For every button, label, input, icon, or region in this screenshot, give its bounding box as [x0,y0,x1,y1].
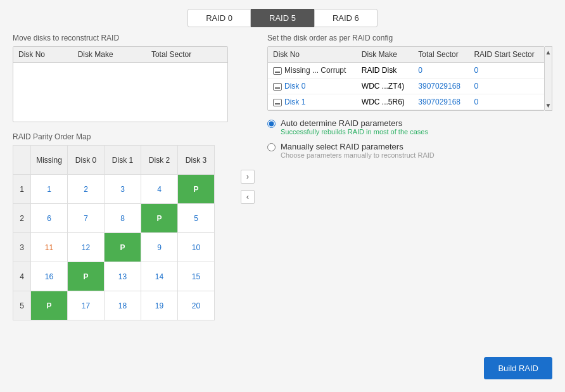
parity-p-cell: P [141,204,178,233]
disk-label: Disk 0 [284,82,305,91]
right-cell-totalsector: 3907029168 [413,94,469,110]
right-col-totalsector: Total Sector [413,47,469,63]
parity-num-cell: 3 [105,175,141,204]
left-col-diskno: Disk No [13,47,73,63]
parity-row: 2678P5 [13,204,215,233]
build-raid-button[interactable]: Build RAID [484,357,552,379]
left-col-diskmake: Disk Make [73,47,146,63]
tab-raid6[interactable]: RAID 6 [314,9,378,27]
right-table-container: Disk No Disk Make Total Sector RAID Star… [267,46,545,111]
parity-corner [13,146,31,175]
parity-table: MissingDisk 0Disk 1Disk 2Disk 3 11234P26… [13,145,215,320]
right-scrollbar[interactable]: ▲ ▼ [545,46,552,111]
parity-col-header: Disk 2 [141,146,178,175]
arrow-panel: › ‹ [241,34,255,320]
right-table-row[interactable]: Disk 0WDC ...ZT4)39070291680 [268,79,544,94]
parity-section: RAID Parity Order Map MissingDisk 0Disk … [13,132,228,320]
parity-col-header: Missing [31,146,68,175]
parity-num-cell: 5 [178,204,215,233]
parity-num-cell: 8 [105,204,141,233]
disk-icon [273,67,282,75]
parity-num-cell: 19 [141,291,178,320]
parity-col-header: Disk 1 [105,146,141,175]
right-col-raidstart: RAID Start Sector [469,47,544,63]
radio-section: Auto determine RAID parameters Successfu… [267,118,552,159]
parity-num-cell: 17 [68,291,105,320]
right-cell-diskmake: WDC ...ZT4) [357,79,413,94]
disk-icon [273,83,282,91]
parity-row-num: 3 [13,233,31,262]
parity-row: 31112P910 [13,233,215,262]
tabs-container: RAID 0 RAID 5 RAID 6 [0,0,565,34]
right-disk-table: Disk No Disk Make Total Sector RAID Star… [268,47,544,110]
right-cell-diskmake: RAID Disk [357,63,413,79]
parity-num-cell: 6 [31,204,68,233]
parity-label: RAID Parity Order Map [13,132,228,141]
left-disk-table-container: Disk No Disk Make Total Sector [13,46,228,122]
parity-col-header: Disk 3 [178,146,215,175]
parity-num-cell: 1 [31,175,68,204]
right-cell-totalsector: 3907029168 [413,79,469,94]
parity-row-num: 5 [13,291,31,320]
manual-radio-label: Manually select RAID parameters [281,142,403,151]
parity-p-cell: P [68,262,105,291]
tab-raid0[interactable]: RAID 0 [187,9,251,27]
parity-num-cell: 11 [31,233,68,262]
parity-num-cell: 4 [141,175,178,204]
parity-row-num: 1 [13,175,31,204]
right-cell-raidstart: 0 [469,79,544,94]
scroll-up[interactable]: ▲ [545,47,552,57]
manual-radio-sublabel: Choose parameters manually to reconstruc… [281,151,435,159]
right-cell-diskno: Disk 0 [268,79,357,94]
manual-radio-text: Manually select RAID parameters Choose p… [281,142,435,159]
disk-label: Disk 1 [284,98,305,106]
scroll-down[interactable]: ▼ [545,100,552,110]
parity-num-cell: 18 [105,291,141,320]
right-cell-diskmake: WDC ...5R6) [357,94,413,110]
auto-radio-label: Auto determine RAID parameters [281,118,402,128]
right-cell-totalsector: 0 [413,63,469,79]
right-table-row[interactable]: Disk 1WDC ...5R6)39070291680 [268,94,544,110]
parity-p-cell: P [105,233,141,262]
arrow-left-btn[interactable]: ‹ [241,190,255,204]
parity-num-cell: 2 [68,175,105,204]
auto-radio-input[interactable] [267,120,276,128]
disk-icon [273,99,282,106]
left-col-totalsector: Total Sector [146,47,227,63]
right-col-diskmake: Disk Make [357,47,413,63]
tab-raid5[interactable]: RAID 5 [251,9,314,27]
parity-num-cell: 13 [105,262,141,291]
left-panel: Move disks to reconstruct RAID Disk No D… [13,34,228,320]
auto-radio-text: Auto determine RAID parameters Successfu… [281,118,428,136]
parity-row: 416P131415 [13,262,215,291]
main-content: Move disks to reconstruct RAID Disk No D… [0,34,565,320]
parity-num-cell: 7 [68,204,105,233]
right-cell-raidstart: 0 [469,63,544,79]
parity-col-header: Disk 0 [68,146,105,175]
left-disk-table: Disk No Disk Make Total Sector [13,47,227,63]
parity-num-cell: 14 [141,262,178,291]
parity-num-cell: 20 [178,291,215,320]
parity-p-cell: P [178,175,215,204]
parity-row-num: 4 [13,262,31,291]
left-panel-title: Move disks to reconstruct RAID [13,34,228,42]
right-cell-diskno: Missing ... Corrupt [268,63,357,79]
right-cell-raidstart: 0 [469,94,544,110]
right-cell-diskno: Disk 1 [268,94,357,110]
right-table-wrapper: Disk No Disk Make Total Sector RAID Star… [267,46,552,111]
auto-radio-option: Auto determine RAID parameters Successfu… [267,118,552,136]
arrow-right-btn[interactable]: › [241,170,255,184]
missing-corrupt-label: Missing ... Corrupt [284,66,346,75]
parity-p-cell: P [31,291,68,320]
right-panel-title: Set the disk order as per RAID config [267,34,552,42]
manual-radio-option: Manually select RAID parameters Choose p… [267,142,552,159]
parity-row: 5P17181920 [13,291,215,320]
right-table-row[interactable]: Missing ... CorruptRAID Disk00 [268,63,544,79]
right-col-diskno: Disk No [268,47,357,63]
parity-row: 11234P [13,175,215,204]
parity-num-cell: 9 [141,233,178,262]
parity-row-num: 2 [13,204,31,233]
right-panel: Set the disk order as per RAID config Di… [267,34,552,320]
parity-num-cell: 10 [178,233,215,262]
manual-radio-input[interactable] [267,143,276,151]
